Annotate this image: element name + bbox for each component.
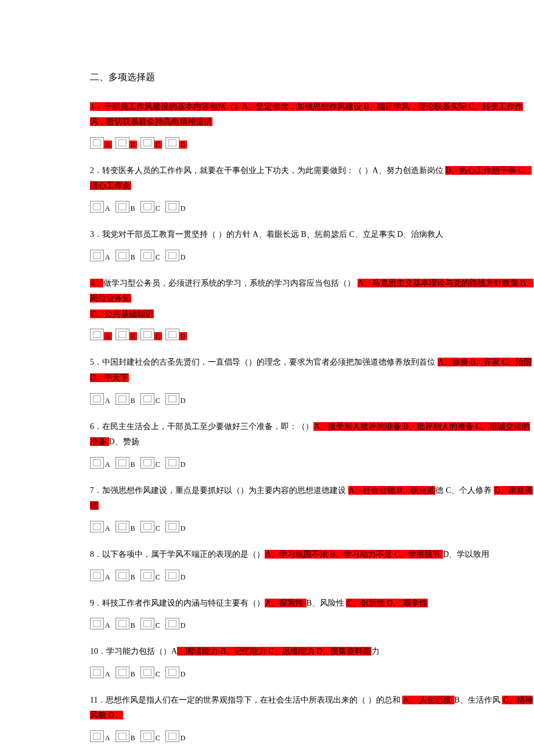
answer-option: C [140,250,162,261]
checkbox[interactable] [165,201,179,213]
question: 9．科技工作者作风建设的内涵与特征主要有（）A、探索性 B、风险性 C、创新性 … [90,596,534,630]
answer-option: B [116,137,137,149]
checkbox[interactable] [165,329,179,340]
checkbox[interactable] [116,250,129,261]
checkbox[interactable] [140,521,154,532]
checkbox[interactable] [90,667,104,678]
checkbox[interactable] [165,570,179,581]
checkbox[interactable] [165,730,179,742]
question-text-segment: 转变医务人员的工作作风，就要在干事创业上下功夫，为此需要做到：（ ）A、努力创造… [102,166,445,175]
answer-options: ABCD [90,570,534,581]
checkbox[interactable] [116,393,129,405]
answer-option: B [116,521,137,532]
question: 3．我党对干部员工教育一贯坚持（ ）的方针 A、着眼长远 B、惩前毖后 C、立足… [90,227,534,261]
question-text-segment: 中国封建社会的古圣先贤们，一直倡导（）的理念，要求为官者必须把加强道德修养放到首… [102,358,438,366]
option-label: B [129,204,137,213]
checkbox[interactable] [165,457,179,469]
question-text-segment: 以下各项中，属于学风不端正的表现的是（） [102,550,265,559]
answer-option: D [165,521,187,532]
question-text: 2．转变医务人员的工作作风，就要在干事创业上下功夫，为此需要做到：（ ）A、努力… [90,163,534,194]
option-label: D [179,397,187,405]
checkbox[interactable] [165,393,179,405]
checkbox[interactable] [90,201,104,213]
option-label: C [154,460,162,469]
answer-option: D [165,457,187,469]
checkbox[interactable] [116,570,129,581]
option-label: D [179,332,187,340]
option-label: A [104,141,112,149]
checkbox[interactable] [140,137,154,149]
checkbox[interactable] [90,521,104,532]
option-label: A [104,734,112,742]
checkbox[interactable] [140,457,154,469]
question-text-segment: 、阅读能力 B、记忆能力 C、思维能力 D、搜集资料能 [177,647,371,656]
checkbox[interactable] [90,457,104,469]
checkbox[interactable] [165,667,179,678]
questions-container: 1．干部员工作风建设的基本内容包括（）A、坚定信念，加强思想作风建设 B、端正学… [90,99,534,742]
checkbox[interactable] [90,329,104,340]
question-number: 6． [90,422,102,431]
answer-option: C [140,457,162,469]
checkbox[interactable] [116,521,129,532]
checkbox[interactable] [140,618,154,629]
checkbox[interactable] [116,137,129,149]
question-number: 2． [90,166,102,175]
checkbox[interactable] [165,618,179,629]
checkbox[interactable] [116,618,129,629]
answer-option: A [90,250,112,261]
checkbox[interactable] [90,393,104,405]
checkbox[interactable] [116,329,129,340]
checkbox[interactable] [140,201,154,213]
checkbox[interactable] [116,667,129,678]
answer-option: C [140,393,162,405]
checkbox[interactable] [140,393,154,405]
option-label: C [154,670,162,678]
option-label: D [179,204,187,213]
answer-option: B [116,393,137,405]
option-label: C [154,397,162,405]
option-label: C [154,734,162,742]
checkbox[interactable] [165,521,179,532]
checkbox[interactable] [140,570,154,581]
question-text-segment: A、学习氛围不浓 B、学习动力不足 C、学用脱节 [265,550,443,559]
question-number: 1． [90,102,103,111]
section-title: 二、多项选择题 [90,70,534,85]
answer-option: A [90,457,112,469]
question-number: 4． [90,279,103,287]
answer-option: C [140,570,162,581]
checkbox[interactable] [140,730,154,742]
question-text-segment: A、探索性 [265,599,306,607]
checkbox[interactable] [116,730,129,742]
checkbox[interactable] [90,250,104,261]
checkbox[interactable] [116,201,129,213]
answer-option: C [140,137,162,149]
checkbox[interactable] [140,329,154,340]
answer-option: C [140,667,162,678]
question-number: 5． [90,358,102,366]
answer-option: D [165,201,187,213]
option-label: B [129,141,137,149]
checkbox[interactable] [90,618,104,629]
checkbox[interactable] [165,137,179,149]
option-label: C [154,621,162,629]
option-label: C [154,141,162,149]
option-label: A [104,460,112,469]
checkbox[interactable] [90,137,104,149]
checkbox[interactable] [165,250,179,261]
question-text-segment: D、赞扬 [109,437,139,446]
option-label: D [179,670,187,678]
checkbox[interactable] [90,730,104,742]
question: 2．转变医务人员的工作作风，就要在干事创业上下功夫，为此需要做到：（ ）A、努力… [90,163,534,213]
checkbox[interactable] [140,667,154,678]
option-label: D [179,253,187,261]
option-label: D [179,573,187,581]
option-label: D [179,524,187,532]
checkbox[interactable] [140,250,154,261]
option-label: B [129,524,137,532]
answer-option: C [140,618,162,629]
checkbox[interactable] [90,570,104,581]
question-text-segment: 科技工作者作风建设的内涵与特征主要有（） [102,599,265,607]
question-text-segment: 加强思想作风建设，重点是要抓好以（）为主要内容的思想道德建设 [102,486,348,495]
answer-options: ABCD [90,329,534,340]
checkbox[interactable] [116,457,129,469]
